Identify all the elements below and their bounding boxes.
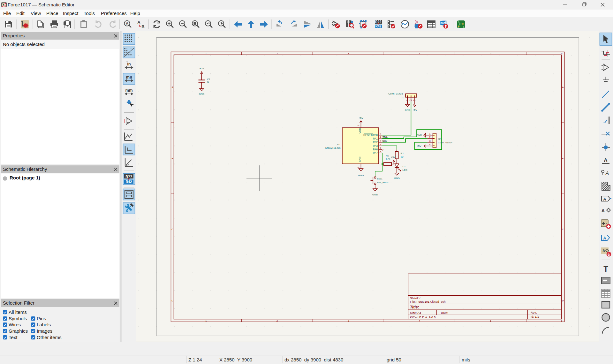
svg-text:B: B [562,157,564,160]
svg-text:C: C [171,228,173,231]
svg-text:GND: GND [199,93,205,95]
svg-text:J1: J1 [401,96,404,99]
svg-text:2: 2 [380,147,381,149]
svg-text:A: A [137,20,140,25]
svg-text:6: 6 [561,52,562,55]
svg-text:R1: R1 [400,152,404,155]
svg-text:4: 4 [419,319,420,322]
svg-text:GND: GND [359,156,361,162]
svg-text:+5V: +5V [412,109,417,111]
svg-text:4.7k: 4.7k [385,157,390,160]
svg-text:2: 2 [276,52,278,55]
svg-text:LED: LED [403,169,408,171]
svg-text:GND: GND [372,193,378,196]
svg-text:RESET/PA0: RESET/PA0 [363,133,378,137]
svg-text:4: 4 [429,143,431,146]
svg-text:3: 3 [413,99,416,101]
svg-text:GND: GND [405,109,410,111]
svg-text:D: D [562,299,564,302]
svg-text:5: 5 [490,319,491,322]
svg-text:4: 4 [419,52,420,55]
svg-text:7: 7 [380,143,381,146]
svg-text:C: C [207,80,209,83]
svg-text:PA2: PA2 [373,140,378,144]
svg-text:GND: GND [394,177,400,180]
svg-text:3: 3 [348,52,349,55]
svg-text:File: Forge1017.kicad_sch: File: Forge1017.kicad_sch [410,300,445,303]
svg-text:3: 3 [380,150,381,153]
svg-text:R42: R42 [126,180,132,184]
svg-text:ATtiny412-SS: ATtiny412-SS [325,147,341,149]
svg-text:6: 6 [380,132,381,135]
svg-text:1K: 1K [400,156,404,159]
svg-text:U1: U1 [337,143,341,146]
svg-text:5: 5 [380,139,381,142]
svg-text:R??: R?? [125,175,132,178]
svg-text:SCL: SCL [382,140,388,142]
svg-text:+5V: +5V [391,156,396,159]
svg-text:8: 8 [357,167,360,168]
svg-text:C: C [562,228,564,231]
svg-text:VCC: VCC [359,128,361,133]
svg-text:Title:: Title: [410,305,419,309]
svg-text:2: 2 [409,99,412,101]
svg-text:6: 6 [561,319,562,322]
svg-text:PA6: PA6 [373,148,378,151]
svg-text:Sheet: /: Sheet: / [410,296,420,300]
svg-text:A: A [602,249,605,253]
svg-text:2: 2 [276,319,278,322]
svg-text:Rev:: Rev: [531,311,537,314]
svg-text:in: in [127,62,131,66]
svg-text:mil: mil [126,75,132,80]
svg-text:PA1: PA1 [373,137,378,140]
svg-text:A: A [171,86,173,89]
svg-text:A: A [604,157,608,163]
svg-text:GND: GND [358,174,364,177]
svg-text:+5V: +5V [200,67,204,70]
svg-text:SW1: SW1 [377,177,383,180]
svg-text:KICad E.D.A. 9.0.5: KICad E.D.A. 9.0.5 [410,315,435,319]
svg-text:Size: A4: Size: A4 [410,311,421,315]
svg-text:1: 1 [429,133,431,135]
svg-text:PA3: PA3 [373,144,378,148]
svg-text:T: T [603,265,608,273]
svg-text:A: A [602,208,605,213]
svg-text:B: B [171,157,173,160]
svg-text:4: 4 [380,136,381,139]
svg-text:A: A [562,86,564,89]
svg-text:R42: R42 [375,25,382,28]
svg-text:B: B [141,24,144,29]
svg-text:Date:: Date: [441,311,448,315]
svg-text:A: A [605,170,609,176]
svg-text:A: A [603,197,606,201]
svg-text:3: 3 [348,319,349,322]
svg-text:A: A [126,21,129,26]
svg-text:A: A [603,236,606,240]
svg-text:1: 1 [205,319,207,322]
svg-text:SDA: SDA [382,136,388,139]
svg-text:1: 1 [405,99,409,101]
svg-text:+5V: +5V [359,117,363,119]
svg-text:J2: J2 [438,138,441,140]
svg-text:D: D [171,299,173,302]
svg-text:R2: R2 [386,154,389,157]
svg-text:Conn_01x03: Conn_01x03 [388,92,403,95]
svg-text:2: 2 [429,136,431,139]
svg-text:3: 3 [429,140,431,142]
svg-text:R??: R?? [375,20,381,24]
svg-text:+5V: +5V [417,145,421,148]
svg-text:D1: D1 [403,165,406,168]
svg-text:1: 1 [357,125,360,126]
svg-text:GND: GND [416,134,422,137]
svg-text:SW_Push: SW_Push [377,181,389,184]
svg-text:PA7: PA7 [373,151,378,155]
svg-text:mm: mm [125,88,132,93]
svg-text:1: 1 [205,52,207,55]
svg-text:Conn_01x04: Conn_01x04 [438,141,453,144]
svg-text:5: 5 [490,52,491,55]
svg-text:Id: 1/1: Id: 1/1 [531,315,539,318]
